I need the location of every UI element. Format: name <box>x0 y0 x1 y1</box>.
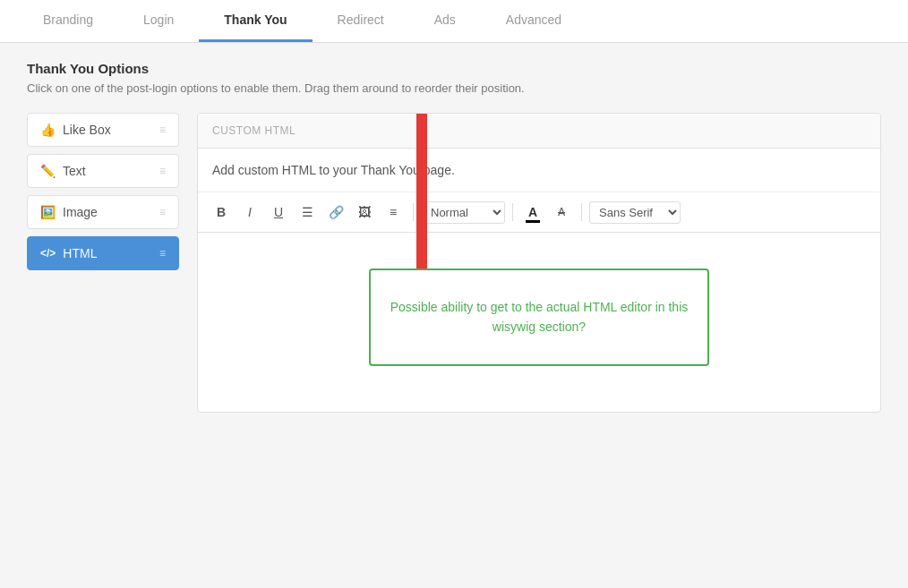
sidebar-item-like-box[interactable]: 👍 Like Box ≡ <box>27 113 179 147</box>
tab-advanced[interactable]: Advanced <box>481 0 587 42</box>
section-description: Click on one of the post-login options t… <box>27 81 881 95</box>
content-area: 👍 Like Box ≡ ✏️ Text ≡ 🖼️ Image ≡ <box>27 113 881 413</box>
item-left: ✏️ Text <box>40 164 86 178</box>
editor-toolbar: B I U ☰ 🔗 🖼 ≡ Normal Heading 1 Heading 2… <box>198 192 880 233</box>
tab-branding[interactable]: Branding <box>18 0 118 42</box>
image-insert-button[interactable]: 🖼 <box>352 200 377 225</box>
strikethrough-button[interactable]: A̶ <box>549 200 574 225</box>
html-code-icon: </> <box>40 247 56 260</box>
section-title: Thank You Options <box>27 61 881 76</box>
list-button[interactable]: ☰ <box>295 200 320 225</box>
html-label: HTML <box>63 246 97 260</box>
main-content: Thank You Options Click on one of the po… <box>0 43 908 580</box>
sidebar-item-html[interactable]: </> HTML ≡ <box>27 236 179 270</box>
drag-handle-text[interactable]: ≡ <box>159 165 166 177</box>
link-button[interactable]: 🔗 <box>323 200 348 225</box>
bold-button[interactable]: B <box>209 200 234 225</box>
sidebar-items: 👍 Like Box ≡ ✏️ Text ≡ 🖼️ Image ≡ <box>27 113 179 413</box>
align-button[interactable]: ≡ <box>381 200 406 225</box>
drag-handle-html[interactable]: ≡ <box>159 247 166 260</box>
editor-header: CUSTOM HTML <box>198 114 880 149</box>
editor-body[interactable]: Possible ability to get to the actual HT… <box>198 233 880 412</box>
tab-login[interactable]: Login <box>118 0 199 42</box>
image-label: Image <box>63 205 98 219</box>
item-left: 👍 Like Box <box>40 123 111 137</box>
item-left: </> HTML <box>40 246 97 260</box>
item-left: 🖼️ Image <box>40 205 98 219</box>
sidebar-item-image[interactable]: 🖼️ Image ≡ <box>27 195 179 229</box>
image-icon: 🖼️ <box>40 205 56 219</box>
font-select[interactable]: Sans Serif Serif Monospace <box>589 201 681 224</box>
drag-handle-image[interactable]: ≡ <box>159 206 166 218</box>
text-label: Text <box>63 164 86 178</box>
like-box-label: Like Box <box>63 123 111 137</box>
font-color-button[interactable]: A <box>520 200 545 225</box>
toolbar-separator-3 <box>581 203 582 221</box>
drag-handle-like-box[interactable]: ≡ <box>159 124 166 136</box>
tab-ads[interactable]: Ads <box>409 0 481 42</box>
editor-description: Add custom HTML to your Thank You page. <box>198 149 880 192</box>
underline-button[interactable]: U <box>266 200 291 225</box>
text-icon: ✏️ <box>40 164 56 178</box>
like-box-icon: 👍 <box>40 123 56 137</box>
toolbar-separator-2 <box>512 203 513 221</box>
annotation-text: Possible ability to get to the actual HT… <box>390 300 689 334</box>
tab-redirect[interactable]: Redirect <box>313 0 409 42</box>
italic-button[interactable]: I <box>237 200 262 225</box>
format-select[interactable]: Normal Heading 1 Heading 2 <box>421 201 505 224</box>
editor-panel: CUSTOM HTML Add custom HTML to your Than… <box>197 113 881 413</box>
annotation-box: Possible ability to get to the actual HT… <box>369 268 709 366</box>
tab-thank-you[interactable]: Thank You <box>199 0 312 42</box>
sidebar-item-text[interactable]: ✏️ Text ≡ <box>27 154 179 188</box>
toolbar-separator-1 <box>413 203 414 221</box>
tab-bar: Branding Login Thank You Redirect Ads Ad… <box>0 0 908 43</box>
